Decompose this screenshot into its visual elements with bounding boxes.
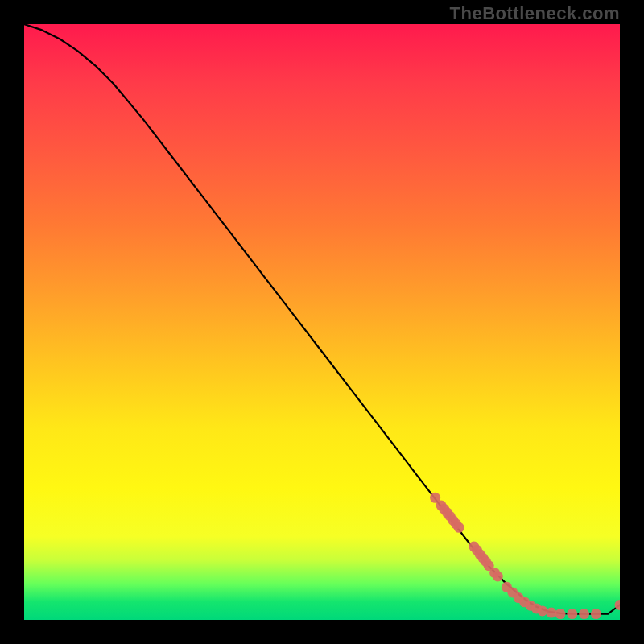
chart-svg: [24, 24, 620, 620]
scatter-dot: [493, 571, 503, 581]
scatter-dot: [591, 609, 601, 619]
scatter-dot: [579, 609, 589, 619]
scatter-dot: [537, 605, 547, 616]
scatter-points: [430, 493, 620, 619]
curve-line: [24, 24, 620, 614]
scatter-dot: [546, 608, 556, 618]
scatter-dot: [454, 522, 464, 533]
chart-stage: TheBottleneck.com: [0, 0, 644, 644]
scatter-dot: [555, 609, 566, 619]
watermark-text: TheBottleneck.com: [450, 3, 620, 24]
plot-area: [24, 24, 620, 620]
scatter-dot: [567, 609, 577, 619]
curve-path: [24, 24, 620, 614]
